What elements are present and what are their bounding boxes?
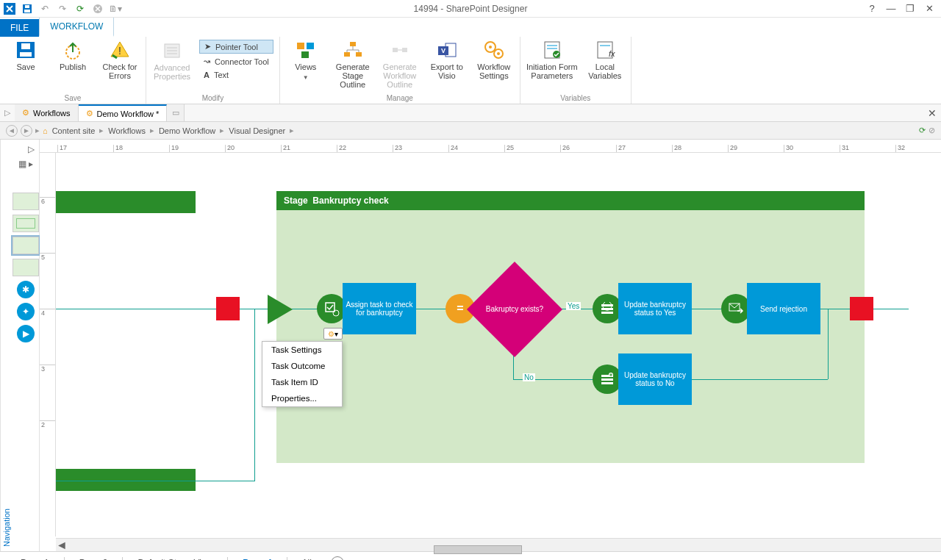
save-button[interactable]: Save [6, 40, 46, 71]
generate-stage-button[interactable]: Generate Stage Outline [333, 40, 373, 89]
page-thumb-2[interactable] [12, 215, 39, 232]
expand-icon[interactable]: ▷ [0, 108, 15, 118]
svg-rect-7 [21, 43, 30, 49]
svg-rect-3 [25, 5, 29, 8]
home-icon[interactable]: ⌂ [43, 126, 48, 135]
publish-button[interactable]: Publish [53, 40, 93, 71]
stop-icon[interactable] [90, 1, 106, 16]
pointer-tool[interactable]: ➤Pointer Tool [199, 40, 273, 54]
doctab-close-icon[interactable]: ✕ [928, 107, 937, 119]
save-icon[interactable] [19, 1, 35, 16]
stage-entry-icon[interactable] [268, 295, 293, 324]
app-icon[interactable] [1, 1, 18, 16]
scroll-left-icon[interactable]: ◄ [56, 539, 68, 552]
check-errors-button[interactable]: !Check for Errors [100, 40, 140, 80]
nav-back-icon[interactable]: ◄ [6, 125, 18, 137]
connector [828, 309, 829, 379]
prev-stage-bar [56, 191, 196, 213]
svg-rect-18 [344, 52, 350, 57]
text-tool[interactable]: AText [199, 69, 273, 81]
menu-task-settings[interactable]: Task Settings [262, 342, 342, 358]
svg-point-31 [489, 46, 492, 49]
page-tab-default[interactable]: Default Stage View [130, 555, 220, 561]
page-thumb-1[interactable] [12, 193, 39, 210]
end-terminator[interactable] [850, 297, 873, 320]
horizontal-scrollbar[interactable]: ◄ ► [56, 538, 941, 551]
doctab-demo[interactable]: ⚙Demo Workflow * [79, 104, 168, 121]
collapse-icon[interactable]: ▷ [28, 144, 39, 154]
document-icon[interactable]: 🗎▾ [107, 1, 124, 16]
workflow-settings-button[interactable]: Workflow Settings [474, 40, 514, 80]
svg-rect-19 [356, 52, 362, 57]
branch-yes: Yes [566, 302, 581, 310]
action-icon[interactable]: ✦ [17, 303, 35, 320]
undo-icon[interactable]: ↶ [37, 1, 53, 16]
design-canvas[interactable]: Stage Bankruptcy check Assign task to ch… [56, 153, 941, 536]
send-rejection-shape[interactable]: Send rejection [747, 283, 820, 334]
connector-tool[interactable]: ↝Connector Tool [199, 55, 273, 68]
navigation-pane-label[interactable]: Navigation [0, 140, 12, 551]
local-variables-button[interactable]: fxLocal Variables [585, 40, 625, 80]
tab-workflow[interactable]: WORKFLOW [39, 17, 114, 37]
minimize-icon[interactable]: — [885, 3, 897, 14]
group-label-save: Save [65, 93, 82, 102]
crumb-site[interactable]: Content site [51, 126, 97, 135]
nav-forward-icon[interactable]: ► [21, 125, 32, 137]
page-icon: ▭ [172, 108, 179, 118]
update-icon[interactable] [593, 294, 622, 323]
zoom-fit-icon[interactable]: ✱ [17, 281, 35, 298]
close-icon[interactable]: ✕ [923, 3, 935, 14]
context-menu: Task Settings Task Outcome Task Item ID … [262, 341, 343, 407]
menu-properties[interactable]: Properties... [262, 390, 342, 406]
group-save: Save Publish !Check for Errors Save [0, 37, 146, 104]
shapes-toggle-icon[interactable]: ▦ ▸ [18, 159, 33, 169]
refresh-icon[interactable]: ⟳ [72, 1, 88, 16]
svg-rect-45 [601, 312, 613, 314]
initiation-form-button[interactable]: Initiation Form Parameters [526, 40, 578, 80]
text-icon: A [204, 71, 210, 79]
crumb-demo[interactable]: Demo Workflow [157, 126, 217, 135]
page-tab-all[interactable]: All ▲ [295, 555, 329, 561]
breadcrumb: ◄ ► ▸ ⌂ Content site▸ Workflows▸ Demo Wo… [0, 122, 941, 140]
play-icon[interactable]: ▶ [17, 325, 35, 342]
update-no-shape[interactable]: Update bankruptcy status to No [618, 353, 692, 405]
tab-file[interactable]: FILE [0, 19, 39, 37]
crumb-designer[interactable]: Visual Designer [227, 126, 287, 135]
page-tab-4[interactable]: Page-4 [235, 555, 279, 561]
page-thumb-4[interactable] [12, 259, 39, 276]
group-manage: Views▼ Generate Stage Outline Generate W… [280, 37, 520, 104]
assign-task-shape[interactable]: Assign task to check for bankruptcy [343, 283, 416, 334]
refresh-icon[interactable]: ⟳ [919, 126, 926, 135]
views-button[interactable]: Views▼ [286, 40, 326, 82]
group-label-variables: Variables [560, 93, 590, 102]
stop-icon[interactable]: ⊘ [929, 126, 935, 135]
doctab-new[interactable]: ▭ [167, 104, 185, 121]
doctab-workflows[interactable]: ⚙Workflows [15, 104, 79, 121]
connector [254, 309, 255, 481]
canvas-container: 17181920212223242526272829303132 65432 S… [40, 140, 941, 551]
export-visio-button[interactable]: VExport to Visio [427, 40, 467, 80]
redo-icon[interactable]: ↷ [54, 1, 71, 16]
page-thumb-3[interactable] [12, 237, 39, 254]
pointer-icon: ➤ [204, 42, 211, 51]
email-icon[interactable] [721, 294, 751, 323]
connector-icon: ↝ [204, 57, 210, 66]
start-terminator[interactable] [216, 297, 240, 320]
crumb-workflows[interactable]: Workflows [107, 126, 147, 135]
menu-task-outcome[interactable]: Task Outcome [262, 358, 342, 374]
page-tab-2[interactable]: Page-2 [72, 555, 115, 561]
smart-tag-icon[interactable]: ⚙▾ [323, 328, 343, 340]
svg-rect-41 [326, 303, 334, 312]
gear-icon: ⚙ [86, 109, 93, 118]
menu-task-item-id[interactable]: Task Item ID [262, 374, 342, 390]
scroll-thumb[interactable] [434, 545, 522, 554]
svg-point-42 [333, 310, 339, 316]
maximize-icon[interactable]: ❐ [904, 3, 916, 14]
page-tab-1[interactable]: Page-1 [13, 555, 57, 561]
group-label-modify: Modify [202, 93, 223, 102]
task-icon[interactable] [317, 294, 346, 323]
update-icon[interactable] [593, 365, 622, 394]
add-page-button[interactable]: + [331, 556, 344, 561]
update-yes-shape[interactable]: Update bankruptcy status to Yes [618, 283, 692, 334]
help-icon[interactable]: ? [866, 3, 878, 14]
